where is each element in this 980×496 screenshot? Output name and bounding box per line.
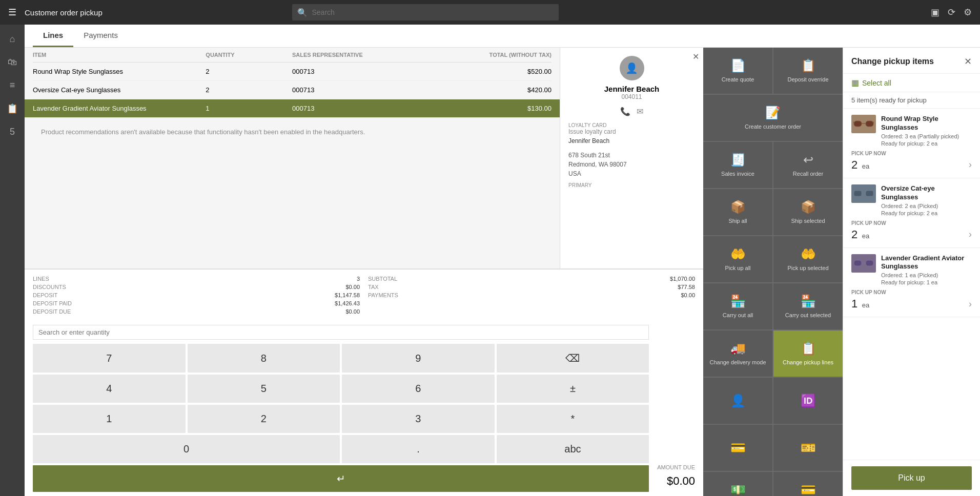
ticket-icon: 🎫 [801,441,816,455]
sidebar-num-icon[interactable]: 5 [0,121,25,142]
pickup-chevron-2[interactable]: › [969,299,972,309]
sidebar-home-icon[interactable]: ⌂ [0,29,25,50]
row-rep-0: 000713 [292,68,422,75]
tile-pay-card[interactable]: 💳 Pay card [773,472,843,496]
carryout-selected-icon: 🏪 [801,294,816,308]
topbar-icons: ▣ ⟳ ⚙ [931,7,972,18]
pickup-button[interactable]: Pick up [851,466,972,490]
recall-order-icon: ↩ [803,153,813,167]
tile-ship-all[interactable]: 📦 Ship all [703,189,772,235]
search-bar[interactable]: 🔍 [292,4,559,20]
phone-icon[interactable]: 📞 [620,107,630,116]
svg-rect-0 [854,121,862,127]
tile-change-pickup-lines[interactable]: 📋 Change pickup lines [773,330,843,377]
svg-line-4 [873,121,874,123]
quantity-search-input[interactable] [33,325,649,340]
numpad-0[interactable]: 0 [33,435,340,463]
numpad-dot[interactable]: . [342,435,495,463]
customer-panel: ✕ 👤 Jennifer Beach 004011 📞 ✉ LOYALTY CA… [560,48,703,268]
numpad-4[interactable]: 4 [33,375,186,403]
numpad-backspace[interactable]: ⌫ [497,344,649,373]
pickup-unit-1: ea [862,232,869,240]
table-row-selected[interactable]: Lavender Gradient Aviator Sunglasses 1 0… [25,99,560,118]
tile-create-quote[interactable]: 📄 Create quote [703,48,772,94]
sidebar-shop-icon[interactable]: 🛍 [0,52,25,73]
numpad-abc[interactable]: abc [497,435,649,463]
deposit-due-label: DEPOSIT DUE [33,308,192,315]
numpad-9[interactable]: 9 [342,344,495,373]
numpad-5[interactable]: 5 [188,375,340,403]
item-ready-1: Ready for pickup: 2 ea [881,210,972,216]
numpad-section: 7 8 9 ⌫ 4 5 6 ± 1 2 3 * [33,325,649,492]
sidebar-orders-icon[interactable]: 📋 [0,98,25,119]
select-all-row[interactable]: ▦ Select all [843,74,980,92]
tile-recall-order[interactable]: ↩ Recall order [773,142,843,188]
customer-icon: 👤 [730,394,746,408]
pickup-chevron-0[interactable]: › [969,159,972,170]
pickup-unit-2: ea [862,301,869,309]
numpad-3[interactable]: 3 [342,405,495,433]
pickup-ready-count: 5 item(s) ready for pickup [843,92,980,109]
recommendation-notice: Product recommendations aren't available… [33,118,552,146]
tile-customer[interactable]: 👤 [703,378,772,424]
gear-icon[interactable]: ⚙ [964,7,972,18]
pickup-qty-0: 2 [851,158,858,171]
numpad-7[interactable]: 7 [33,344,186,373]
row-total-2: $130.00 [422,105,552,112]
svg-rect-5 [854,191,862,196]
tile-id[interactable]: 🆔 [773,378,843,424]
customer-contact: 📞 ✉ [568,107,695,116]
tile-pay-cash[interactable]: 💵 Pay cash [703,472,772,496]
row-item-2: Lavender Gradient Aviator Sunglasses [33,105,206,112]
item-info-1: Oversize Cat-eye Sunglasses Ordered: 2 e… [881,184,972,216]
numpad-1[interactable]: 1 [33,405,186,433]
pickup-close-icon[interactable]: ✕ [964,56,972,67]
pickup-item-1: Oversize Cat-eye Sunglasses Ordered: 2 e… [843,178,980,248]
row-total-1: $420.00 [422,86,552,94]
carryout-all-icon: 🏪 [730,294,746,308]
search-input[interactable] [312,8,554,16]
numpad-6[interactable]: 6 [342,375,495,403]
item-name-0: Round Wrap Style Sunglasses [881,115,972,132]
numpad-8[interactable]: 8 [188,344,340,373]
item-ordered-1: Ordered: 2 ea (Picked) [881,203,972,209]
item-name-1: Oversize Cat-eye Sunglasses [881,184,972,202]
item-ordered-2: Ordered: 1 ea (Picked) [881,272,972,278]
tile-create-customer-order[interactable]: 📝 Create customer order [703,95,843,141]
numpad-enter[interactable]: ↵ [33,465,649,492]
numpad-2[interactable]: 2 [188,405,340,433]
item-image-2 [851,254,876,273]
loyalty-name: Jennifer Beach [568,137,695,144]
pickup-qty-row-2: 1 ea › [851,297,972,311]
refresh-icon[interactable]: ⟳ [948,7,955,18]
tab-payments[interactable]: Payments [73,25,128,47]
tile-pickup-selected[interactable]: 🤲 Pick up selected [773,236,843,282]
select-all-icon: ▦ [851,78,859,88]
summary-area: LINES 3 SUBTOTAL $1,070.00 DISCOUNTS $0.… [25,269,703,321]
loyalty-action[interactable]: Issue loyalty card [568,128,695,135]
tab-lines[interactable]: Lines [33,25,73,47]
pickup-chevron-1[interactable]: › [969,229,972,240]
tile-carryout-all[interactable]: 🏪 Carry out all [703,283,772,329]
tile-change-delivery-mode[interactable]: 🚚 Change delivery mode [703,330,772,377]
tile-pickup-all[interactable]: 🤲 Pick up all [703,236,772,282]
monitor-icon[interactable]: ▣ [931,7,940,18]
pickup-item-2: Lavender Gradient Aviator Sunglasses Ord… [843,248,980,318]
customer-address: 678 South 21stRedmond, WA 98007USA [568,151,695,178]
email-icon[interactable]: ✉ [637,107,643,116]
customer-close-icon[interactable]: ✕ [692,52,699,61]
tile-card-2[interactable]: 💳 [703,425,772,471]
sidebar-menu-icon[interactable]: ≡ [0,75,25,96]
tile-ticket[interactable]: 🎫 [773,425,843,471]
tile-deposit-override[interactable]: 📋 Deposit override [773,48,843,94]
tile-ship-selected[interactable]: 📦 Ship selected [773,189,843,235]
table-row[interactable]: Round Wrap Style Sunglasses 2 000713 $52… [33,63,552,81]
table-row[interactable]: Oversize Cat-eye Sunglasses 2 000713 $42… [33,81,552,99]
hamburger-icon[interactable]: ☰ [8,7,16,18]
discounts-label: DISCOUNTS [33,284,192,290]
numpad-plusminus[interactable]: ± [497,375,649,403]
tile-sales-invoice[interactable]: 🧾 Sales invoice [703,142,772,188]
tile-carryout-selected[interactable]: 🏪 Carry out selected [773,283,843,329]
numpad-multiply[interactable]: * [497,405,649,433]
item-info-0: Round Wrap Style Sunglasses Ordered: 3 e… [881,115,972,147]
